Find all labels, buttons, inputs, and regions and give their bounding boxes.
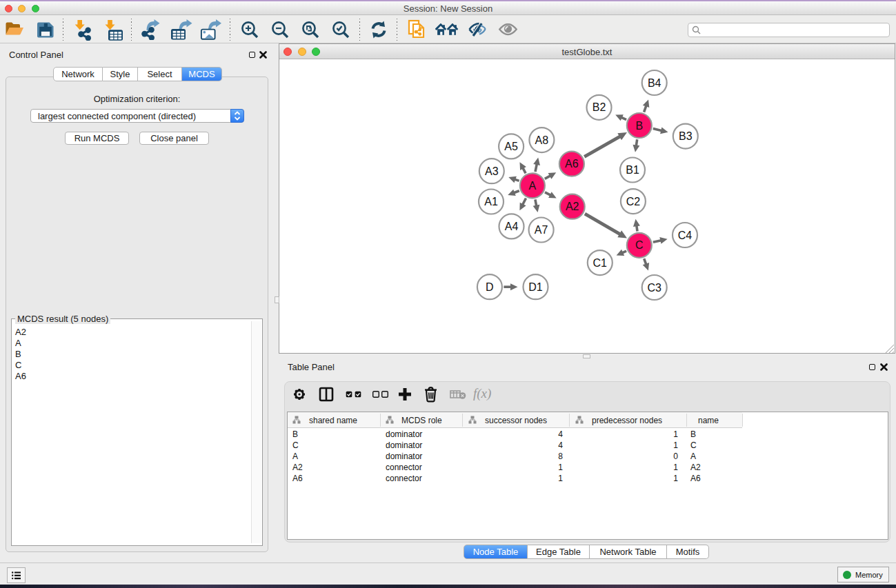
svg-text:A2: A2 <box>566 201 579 212</box>
svg-text:A3: A3 <box>485 165 499 177</box>
svg-text:B: B <box>635 120 643 132</box>
svg-text:B2: B2 <box>593 101 606 113</box>
svg-text:A8: A8 <box>535 134 549 146</box>
svg-text:A7: A7 <box>535 224 548 236</box>
svg-text:D1: D1 <box>528 281 543 293</box>
svg-text:A5: A5 <box>504 141 518 152</box>
svg-text:A4: A4 <box>505 221 519 232</box>
svg-text:C2: C2 <box>626 196 641 207</box>
svg-text:B1: B1 <box>626 164 639 176</box>
svg-text:B4: B4 <box>648 77 661 89</box>
svg-text:C1: C1 <box>593 257 608 269</box>
svg-text:D: D <box>486 281 494 293</box>
svg-text:A: A <box>529 180 537 192</box>
svg-text:C3: C3 <box>647 282 661 294</box>
svg-text:A6: A6 <box>565 158 579 170</box>
svg-text:C: C <box>635 239 644 251</box>
svg-text:B3: B3 <box>679 130 693 142</box>
svg-text:C4: C4 <box>678 230 693 241</box>
svg-text:A1: A1 <box>484 196 498 207</box>
